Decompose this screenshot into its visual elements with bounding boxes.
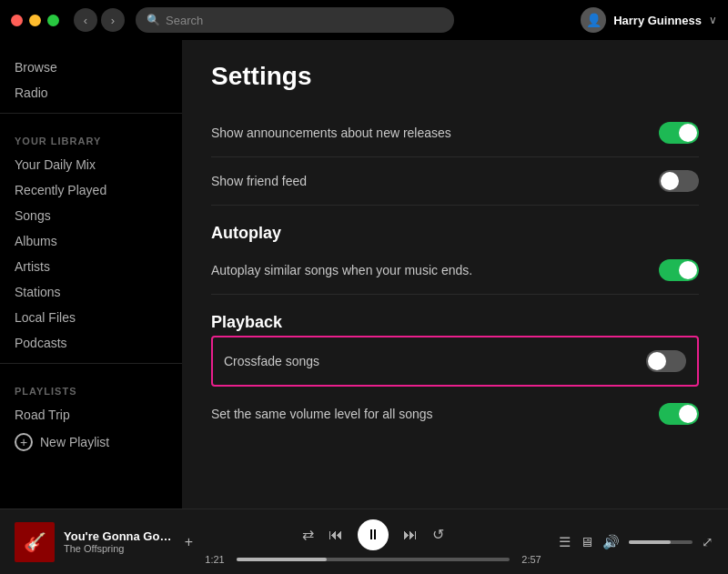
setting-row-autoplay: Autoplay similar songs when your music e…: [211, 247, 699, 295]
sidebar-item-stations[interactable]: Stations: [0, 279, 182, 305]
forward-button[interactable]: ›: [101, 8, 125, 32]
user-name: Harry Guinness: [613, 14, 702, 27]
setting-row-announcements: Show announcements about new releases: [211, 109, 699, 157]
toggle-knob: [679, 405, 697, 423]
toggle-knob: [661, 172, 679, 190]
toggle-volume[interactable]: [659, 403, 699, 425]
sidebar-section-library: YOUR LIBRARY: [0, 121, 182, 152]
control-buttons: ⇄ ⏮ ⏸ ⏭ ↺: [302, 519, 444, 550]
back-button[interactable]: ‹: [74, 8, 97, 32]
sidebar-section-playlists: PLAYLISTS: [0, 371, 182, 402]
next-button[interactable]: ⏭: [403, 527, 418, 543]
sidebar-item-podcasts[interactable]: Podcasts: [0, 330, 182, 356]
avatar: 👤: [581, 7, 606, 33]
new-playlist-button[interactable]: + New Playlist: [0, 428, 182, 457]
sidebar-item-recently-played[interactable]: Recently Played: [0, 177, 182, 203]
volume-icon[interactable]: 🔊: [602, 534, 620, 550]
track-info: 🎸 You're Gonna Go Fa… The Offspring +: [15, 522, 197, 562]
toggle-autoplay[interactable]: [659, 259, 699, 281]
sidebar-divider-2: [0, 363, 182, 364]
toggle-announcements[interactable]: [659, 122, 699, 144]
search-input[interactable]: [166, 14, 443, 27]
progress-bar-area: 1:21 2:57: [200, 554, 546, 565]
devices-button[interactable]: 🖥: [580, 534, 593, 549]
right-controls: ☰ 🖥 🔊 ⤢: [550, 534, 713, 550]
nav-arrows: ‹ ›: [74, 8, 125, 32]
track-text: You're Gonna Go Fa… The Offspring: [64, 529, 172, 554]
now-playing-bar: 🎸 You're Gonna Go Fa… The Offspring + ⇄ …: [0, 509, 728, 574]
current-time: 1:21: [200, 554, 229, 565]
minimize-button[interactable]: [29, 15, 41, 26]
sidebar-item-road-trip[interactable]: Road Trip: [0, 402, 182, 428]
sidebar-divider-1: [0, 113, 182, 114]
toggle-crossfade[interactable]: [646, 350, 686, 372]
close-button[interactable]: [11, 15, 23, 26]
sidebar-item-artists[interactable]: Artists: [0, 254, 182, 279]
repeat-button[interactable]: ↺: [432, 526, 444, 543]
content-area: Settings Show announcements about new re…: [182, 40, 728, 509]
playback-heading: Playback: [211, 313, 699, 332]
sidebar: Browse Radio YOUR LIBRARY Your Daily Mix…: [0, 40, 182, 509]
sidebar-item-radio[interactable]: Radio: [0, 80, 182, 106]
track-title: You're Gonna Go Fa…: [64, 529, 172, 543]
queue-button[interactable]: ☰: [559, 534, 571, 550]
setting-label-volume: Set the same volume level for all songs: [211, 407, 433, 421]
add-to-library-button[interactable]: +: [181, 534, 197, 550]
sidebar-item-daily-mix[interactable]: Your Daily Mix: [0, 152, 182, 177]
sidebar-item-albums[interactable]: Albums: [0, 228, 182, 254]
total-time: 2:57: [517, 554, 546, 565]
traffic-lights: [11, 15, 59, 26]
sidebar-item-local-files[interactable]: Local Files: [0, 305, 182, 330]
fullscreen-button[interactable]: ⤢: [702, 534, 713, 550]
progress-bar[interactable]: [237, 558, 510, 561]
chevron-down-icon: ∨: [709, 14, 717, 26]
sidebar-item-browse[interactable]: Browse: [0, 55, 182, 80]
search-icon: 🔍: [147, 14, 160, 26]
play-pause-button[interactable]: ⏸: [358, 519, 389, 550]
toggle-knob: [679, 261, 697, 279]
toggle-knob: [648, 352, 666, 370]
playback-controls: ⇄ ⏮ ⏸ ⏭ ↺ 1:21 2:57: [197, 519, 550, 565]
setting-row-friend-feed: Show friend feed: [211, 157, 699, 206]
settings-title: Settings: [211, 62, 699, 91]
setting-row-volume: Set the same volume level for all songs: [211, 390, 699, 438]
setting-label-friend-feed: Show friend feed: [211, 174, 307, 188]
setting-label-autoplay: Autoplay similar songs when your music e…: [211, 263, 472, 277]
toggle-knob: [679, 124, 697, 142]
track-artist: The Offspring: [64, 543, 172, 554]
plus-icon: +: [15, 433, 33, 451]
toggle-friend-feed[interactable]: [659, 170, 699, 192]
setting-label-announcements: Show announcements about new releases: [211, 126, 451, 140]
setting-label-crossfade: Crossfade songs: [224, 354, 319, 368]
shuffle-button[interactable]: ⇄: [302, 526, 314, 543]
volume-slider[interactable]: [629, 540, 693, 544]
volume-fill: [629, 540, 671, 544]
new-playlist-label: New Playlist: [40, 435, 109, 449]
album-art: 🎸: [15, 522, 55, 562]
search-bar[interactable]: 🔍: [136, 7, 454, 33]
maximize-button[interactable]: [47, 15, 59, 26]
user-menu[interactable]: 👤 Harry Guinness ∨: [581, 7, 717, 33]
progress-fill: [237, 558, 327, 561]
crossfade-highlighted-row: Crossfade songs: [211, 336, 699, 387]
title-bar: ‹ › 🔍 👤 Harry Guinness ∨: [0, 0, 728, 40]
sidebar-item-songs[interactable]: Songs: [0, 203, 182, 228]
main-layout: Browse Radio YOUR LIBRARY Your Daily Mix…: [0, 40, 728, 509]
autoplay-heading: Autoplay: [211, 224, 699, 243]
previous-button[interactable]: ⏮: [329, 527, 343, 543]
